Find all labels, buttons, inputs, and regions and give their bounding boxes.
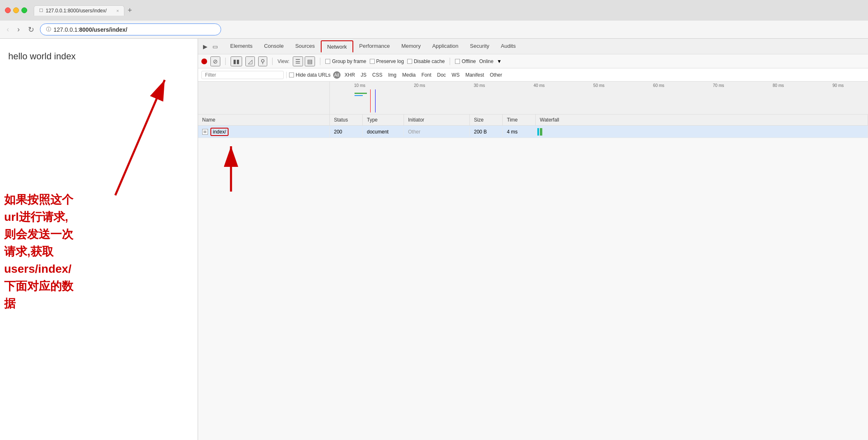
filter-input[interactable] [201, 71, 284, 79]
row-size: 200 B [470, 127, 503, 136]
forward-button[interactable]: › [15, 24, 22, 35]
reload-button[interactable]: ↻ [26, 24, 37, 35]
tab-favicon-icon: ☐ [39, 8, 43, 13]
timeline-line-green [355, 93, 367, 94]
hide-data-urls-checkbox[interactable]: Hide data URLs [289, 72, 331, 78]
filter-img[interactable]: Img [387, 72, 398, 78]
offline-cb[interactable] [455, 59, 460, 64]
tab-elements[interactable]: Elements [224, 40, 258, 53]
timeline-header: 10 ms 20 ms 30 ms 40 ms 50 ms 60 ms 70 m… [198, 82, 868, 115]
tab-audits[interactable]: Audits [495, 40, 521, 53]
preserve-log-checkbox[interactable]: Preserve log [370, 59, 404, 64]
filter-font[interactable]: Font [420, 72, 433, 78]
all-filter-badge[interactable]: All [333, 71, 341, 79]
filter-manifest[interactable]: Manifest [464, 72, 485, 78]
camera-icon[interactable]: ▮▮ [231, 56, 242, 66]
tab-title: 127.0.0.1:8000/users/index/ [46, 8, 114, 14]
row-time: 4 ms [503, 127, 536, 136]
tab-close-icon[interactable]: × [117, 8, 119, 13]
tab-memory[interactable]: Memory [396, 40, 427, 53]
timeline-marker-red [370, 89, 371, 112]
header-status[interactable]: Status [330, 115, 363, 125]
dropdown-arrow-icon[interactable]: ▼ [497, 59, 502, 64]
filter-js[interactable]: JS [359, 72, 368, 78]
toolbar-separator-4 [450, 58, 450, 65]
disable-cache-checkbox[interactable]: Disable cache [407, 59, 445, 64]
disable-cache-cb[interactable] [407, 59, 412, 64]
row-waterfall [536, 126, 868, 137]
header-waterfall[interactable]: Waterfall [536, 115, 868, 125]
filter-icon[interactable]: ◿ [245, 56, 255, 66]
tab-console[interactable]: Console [258, 40, 289, 53]
offline-label: Offline [462, 59, 476, 64]
minimize-button[interactable] [13, 7, 19, 13]
disable-cache-label: Disable cache [414, 59, 445, 64]
timeline-line-blue [355, 95, 363, 96]
row-status: 200 [330, 127, 363, 136]
devtools-tab-bar: ▶ ▭ Elements Console Sources Network Per… [198, 39, 868, 54]
new-tab-button[interactable]: + [124, 6, 135, 15]
page-hello-text: hello world index [8, 51, 189, 62]
tick-50ms: 50 ms [569, 83, 629, 88]
list-view-icon[interactable]: ☰ [293, 56, 303, 66]
address-url-plain: 127.0.0.1: [54, 26, 79, 33]
maximize-button[interactable] [21, 7, 27, 13]
timeline-name-col [198, 82, 330, 114]
back-button[interactable]: ‹ [4, 24, 12, 35]
tick-80ms: 80 ms [749, 83, 808, 88]
row-initiator: Other [404, 127, 470, 136]
tick-90ms: 90 ms [808, 83, 868, 88]
filter-xhr[interactable]: XHR [343, 72, 357, 78]
online-label: Online [479, 59, 494, 64]
header-name[interactable]: Name [198, 115, 330, 125]
group-by-frame-cb[interactable] [325, 59, 330, 64]
tab-network[interactable]: Network [321, 40, 354, 52]
tree-view-icon[interactable]: ▤ [305, 56, 315, 66]
hide-data-urls-cb[interactable] [289, 73, 294, 77]
timeline-chart: 10 ms 20 ms 30 ms 40 ms 50 ms 60 ms 70 m… [330, 82, 868, 114]
tick-70ms: 70 ms [688, 83, 748, 88]
tab-application[interactable]: Application [427, 40, 464, 53]
table-row[interactable]: ▤ index/ 200 document Other 200 B 4 ms [198, 126, 868, 138]
header-initiator[interactable]: Initiator [404, 115, 470, 125]
tab-performance[interactable]: Performance [353, 40, 395, 53]
view-icons: ☰ ▤ [293, 56, 315, 66]
filter-doc[interactable]: Doc [435, 72, 447, 78]
browser-tab[interactable]: ☐ 127.0.0.1:8000/users/index/ × [34, 5, 124, 16]
title-bar: ☐ 127.0.0.1:8000/users/index/ × + [0, 0, 868, 21]
tick-40ms: 40 ms [509, 83, 569, 88]
address-url-bold: 8000/users/index/ [79, 26, 127, 33]
address-bar[interactable]: ⓘ 127.0.0.1:8000/users/index/ [40, 23, 221, 35]
filter-ws[interactable]: WS [450, 72, 461, 78]
tab-sources[interactable]: Sources [289, 40, 321, 53]
timeline-marker-blue [375, 89, 376, 112]
close-button[interactable] [5, 7, 11, 13]
preserve-log-cb[interactable] [370, 59, 375, 64]
stop-button[interactable]: ⊘ [210, 56, 220, 66]
row-name-value: index/ [210, 128, 229, 136]
table-header: Name Status Type Initiator Size Time Wat… [198, 115, 868, 126]
devtools-icons: ▶ ▭ [201, 42, 219, 51]
toolbar-separator-2 [272, 58, 273, 65]
browser-window: ☐ 127.0.0.1:8000/users/index/ × + ‹ › ↻ … [0, 0, 868, 440]
filter-media[interactable]: Media [401, 72, 418, 78]
network-toolbar: ⊘ ▮▮ ◿ ⚲ View: ☰ ▤ Group by frame [198, 54, 868, 68]
group-by-frame-checkbox[interactable]: Group by frame [325, 59, 366, 64]
toolbar-separator-1 [225, 58, 226, 65]
record-button[interactable] [201, 59, 207, 64]
tab-security[interactable]: Security [464, 40, 495, 53]
header-size[interactable]: Size [470, 115, 503, 125]
inspector-icon[interactable]: ▶ [201, 42, 209, 51]
tab-bar: ☐ 127.0.0.1:8000/users/index/ × + [34, 5, 135, 16]
content-area: hello world index 如果按照这个url进行请求,则会发送一次请求… [0, 39, 868, 440]
filter-other[interactable]: Other [488, 72, 504, 78]
row-type: document [363, 127, 404, 136]
filter-separator [286, 72, 287, 78]
responsive-icon[interactable]: ▭ [211, 42, 219, 51]
header-time[interactable]: Time [503, 115, 536, 125]
filter-css[interactable]: CSS [371, 72, 384, 78]
offline-checkbox[interactable]: Offline [455, 59, 476, 64]
header-type[interactable]: Type [363, 115, 404, 125]
row-name-cell[interactable]: ▤ index/ [198, 126, 330, 138]
search-icon[interactable]: ⚲ [258, 56, 267, 66]
